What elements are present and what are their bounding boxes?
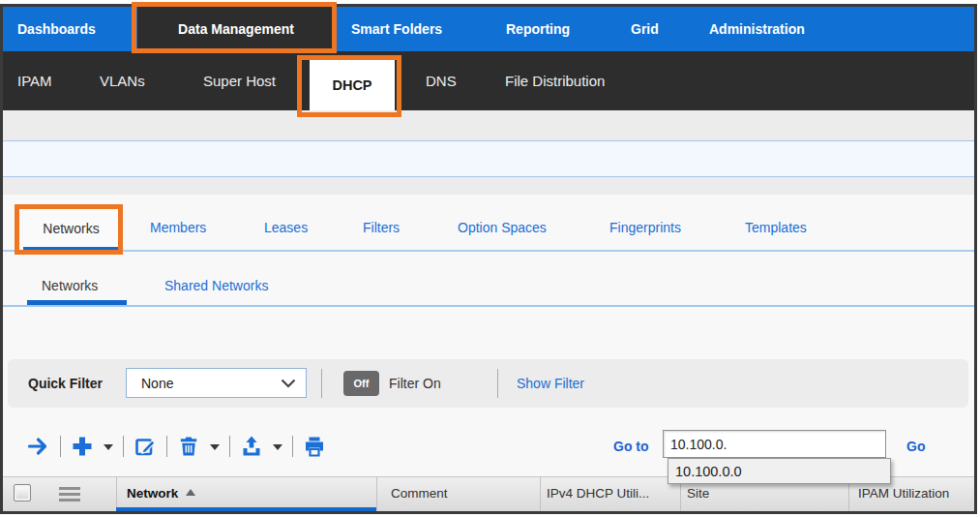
nav-file-distribution[interactable]: File Distribution bbox=[505, 51, 605, 110]
nav-reporting[interactable]: Reporting bbox=[506, 7, 570, 51]
nav-dashboards[interactable]: Dashboards bbox=[17, 7, 96, 51]
nav-ipam[interactable]: IPAM bbox=[17, 51, 52, 110]
tab-networks[interactable]: Networks bbox=[23, 209, 119, 252]
tab-leases[interactable]: Leases bbox=[264, 208, 308, 247]
column-header-ipv4-dhcp-utilization[interactable]: IPv4 DHCP Utili... bbox=[547, 477, 649, 508]
toolbar-separator bbox=[292, 436, 293, 457]
subtab-shared-networks[interactable]: Shared Networks bbox=[164, 268, 268, 303]
goto-input[interactable] bbox=[663, 430, 886, 458]
toolbar-separator bbox=[60, 436, 61, 457]
tab-filters[interactable]: Filters bbox=[363, 208, 400, 247]
toolbar-separator bbox=[229, 436, 230, 457]
column-header-network[interactable]: Network bbox=[127, 477, 195, 508]
nav-grid[interactable]: Grid bbox=[631, 7, 659, 51]
column-separator bbox=[116, 477, 117, 511]
filter-on-label: Filter On bbox=[389, 359, 441, 408]
app-window: Dashboards Data Management Smart Folders… bbox=[0, 4, 977, 514]
nav-vlans[interactable]: VLANs bbox=[100, 51, 145, 110]
secondary-nav: IPAM VLANs Super Host DHCP DNS File Dist… bbox=[3, 51, 974, 110]
quick-filter-selected-value: None bbox=[127, 376, 281, 391]
row-menu-icon[interactable] bbox=[59, 487, 80, 504]
tab-members[interactable]: Members bbox=[150, 208, 206, 247]
quick-filter-bar: Quick Filter None Off Filter On Show Fil… bbox=[8, 359, 968, 408]
print-icon[interactable] bbox=[303, 435, 326, 458]
toolbar-band-empty bbox=[3, 110, 974, 140]
tab-fingerprints[interactable]: Fingerprints bbox=[609, 208, 681, 247]
add-icon[interactable] bbox=[71, 435, 94, 458]
export-icon[interactable] bbox=[240, 435, 263, 458]
tab-templates[interactable]: Templates bbox=[745, 208, 807, 247]
nav-data-management[interactable]: Data Management bbox=[137, 7, 335, 51]
info-band-empty bbox=[3, 140, 974, 177]
divider bbox=[321, 369, 322, 398]
divider bbox=[497, 369, 498, 398]
quick-filter-select[interactable]: None bbox=[126, 368, 307, 398]
goto-button[interactable]: Go bbox=[906, 433, 925, 460]
subtab-networks[interactable]: Networks bbox=[42, 268, 98, 303]
column-separator bbox=[540, 477, 541, 511]
column-label: Network bbox=[127, 486, 178, 501]
divider-band bbox=[3, 177, 974, 195]
subtab-active-underline bbox=[27, 300, 127, 305]
goto-suggestion-item[interactable]: 10.100.0.0 bbox=[668, 464, 742, 479]
go-to-arrow-icon[interactable] bbox=[27, 435, 50, 458]
column-separator bbox=[376, 477, 377, 511]
sorted-column-indicator bbox=[116, 507, 376, 511]
edit-icon[interactable] bbox=[134, 435, 157, 458]
nav-super-host[interactable]: Super Host bbox=[203, 51, 276, 110]
toolbar-separator bbox=[166, 436, 167, 457]
sort-ascending-icon bbox=[186, 484, 195, 496]
column-header-comment[interactable]: Comment bbox=[391, 477, 448, 508]
table-toolbar bbox=[27, 433, 326, 460]
export-dropdown-icon[interactable] bbox=[273, 444, 282, 455]
tab-option-spaces[interactable]: Option Spaces bbox=[458, 208, 547, 247]
select-all-checkbox[interactable] bbox=[14, 484, 31, 502]
nav-dns[interactable]: DNS bbox=[426, 51, 457, 110]
tabs-baseline bbox=[3, 250, 974, 252]
add-dropdown-icon[interactable] bbox=[104, 444, 113, 455]
show-filter-link[interactable]: Show Filter bbox=[517, 359, 584, 408]
delete-dropdown-icon[interactable] bbox=[210, 444, 220, 455]
primary-nav: Dashboards Data Management Smart Folders… bbox=[3, 7, 974, 51]
nav-smart-folders[interactable]: Smart Folders bbox=[351, 7, 442, 51]
goto-label: Go to bbox=[613, 433, 649, 460]
subtabs-baseline bbox=[3, 305, 974, 307]
filter-toggle-button[interactable]: Off bbox=[343, 371, 379, 396]
nav-administration[interactable]: Administration bbox=[709, 7, 805, 51]
goto-autocomplete-dropdown: 10.100.0.0 bbox=[668, 458, 891, 484]
chevron-down-icon bbox=[281, 375, 296, 392]
toolbar-separator bbox=[123, 436, 124, 457]
quick-filter-label: Quick Filter bbox=[28, 359, 103, 408]
nav-dhcp[interactable]: DHCP bbox=[310, 60, 395, 110]
delete-icon[interactable] bbox=[177, 435, 200, 458]
